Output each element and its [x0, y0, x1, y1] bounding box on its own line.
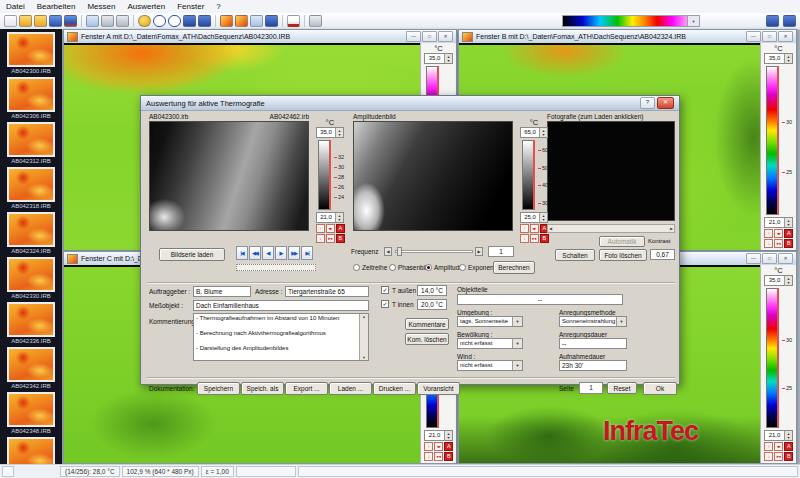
minimize-icon[interactable]: — [746, 253, 761, 264]
berechnen-button[interactable]: Berechnen [493, 261, 535, 274]
save-as-icon[interactable] [64, 15, 77, 27]
frequenz-value[interactable]: 1 [488, 246, 514, 257]
scale-compress-button[interactable]: ▸◂ [774, 239, 783, 248]
thumbnail-item[interactable]: AB042324.IRB [4, 212, 58, 256]
up-arrow-icon[interactable]: ▲ [362, 314, 366, 319]
window-a-titlebar[interactable]: Fenster A mit D:\_Daten\Fomax_ATH\DachSe… [64, 30, 456, 44]
down-arrow-icon[interactable]: ▼ [785, 223, 792, 227]
scale-max-spinner[interactable]: 35,0▲▼ [764, 53, 793, 64]
seite-field[interactable]: 1 [579, 382, 603, 394]
scale-compress-button[interactable]: ▸◂ [434, 452, 443, 461]
scale-compress-button[interactable]: ▸◂ [774, 452, 783, 461]
thumbnail-item[interactable]: AB042306.IRB [4, 77, 58, 121]
scale-max-spinner[interactable]: 35,0▲▼ [424, 53, 453, 64]
wind-select[interactable]: nicht erfasst▼ [457, 360, 523, 371]
frequenz-slider[interactable] [395, 250, 473, 253]
speichern-button[interactable]: Speichern [197, 382, 240, 395]
down-arrow-icon[interactable]: ▼ [362, 355, 366, 360]
bewoelkung-select[interactable]: nicht erfasst▼ [457, 338, 523, 349]
scale-shift-up-button[interactable]: ↑ [316, 224, 325, 233]
window-b-titlebar[interactable]: Fenster B mit D:\_Daten\Fomax_ATH\DachSe… [459, 30, 796, 44]
aufnahmedauer-field[interactable]: 23h 30' [559, 360, 627, 371]
thumbnail-item[interactable]: AB042342.IRB [4, 347, 58, 391]
minimize-icon[interactable]: — [746, 31, 761, 42]
right-arrow-icon[interactable]: ▶ [670, 226, 673, 231]
close-icon[interactable]: ✕ [657, 97, 674, 109]
radio-zeitreihe[interactable]: Zeitreihe [353, 264, 387, 271]
kom-loeschen-button[interactable]: Kom. löschen [405, 333, 449, 345]
anregungsmethode-select[interactable]: Sonneneinstrahlung▼ [559, 316, 627, 327]
new-file-icon[interactable] [4, 15, 17, 27]
scale-tool-icon-2[interactable] [198, 15, 211, 27]
scale-min-spinner[interactable]: 25,0▲▼ [520, 212, 548, 223]
messobjekt-field[interactable]: Dach Einfamilienhaus [193, 300, 369, 311]
scale-compress-button[interactable]: ▸◂ [530, 234, 539, 243]
speich-als-button[interactable]: Speich. als [241, 382, 284, 395]
menu-bearbeiten[interactable]: Bearbeiten [31, 1, 82, 13]
chevron-down-icon[interactable]: ▼ [512, 317, 522, 326]
zoom-out-icon[interactable] [168, 15, 181, 27]
scale-expand-button[interactable]: ◂▸ [530, 224, 539, 233]
dialog-titlebar[interactable]: Auswertung für aktive Thermografie ? ✕ [141, 96, 679, 111]
scale-b-button[interactable]: B [784, 452, 793, 461]
export-button[interactable]: Export ... [285, 382, 328, 395]
thumbnail-item[interactable]: AB042354.IRB [4, 437, 58, 464]
umgebung-select[interactable]: tags, Sonnenseite▼ [457, 316, 523, 327]
kommentare-button[interactable]: Kommentare [405, 318, 449, 330]
radio-amplitude[interactable]: Amplitude [425, 264, 463, 271]
menu-messen[interactable]: Messen [81, 1, 121, 13]
scale-b-button[interactable]: B [444, 452, 453, 461]
t-innen-checkbox[interactable]: ✓T innen [381, 300, 414, 308]
scale-auto-button[interactable]: A [444, 442, 453, 451]
zoom-in-icon[interactable] [153, 15, 166, 27]
statusbar-grip[interactable] [2, 466, 14, 477]
menu-datei[interactable]: Datei [0, 1, 31, 13]
down-arrow-icon[interactable]: ▼ [785, 436, 792, 440]
foto-loeschen-button[interactable]: Foto löschen [599, 249, 647, 261]
photo-image[interactable] [547, 121, 675, 221]
t-innen-field[interactable]: 20,0 °C [417, 299, 447, 310]
radio-phasenbild[interactable]: Phasenbild [389, 264, 430, 271]
print-icon[interactable] [101, 15, 114, 27]
help-icon[interactable]: ? [640, 97, 655, 109]
thumbnail-item[interactable]: AB042318.IRB [4, 167, 58, 211]
down-arrow-icon[interactable]: ▼ [540, 218, 547, 222]
rewind-button[interactable]: ◀◀ [249, 246, 261, 260]
down-arrow-icon[interactable]: ▼ [336, 133, 343, 137]
scale-expand-button[interactable]: ◂▸ [774, 442, 783, 451]
left-arrow-icon[interactable]: ◀ [549, 226, 552, 231]
thumbnail-item[interactable]: AB042336.IRB [4, 302, 58, 346]
frequenz-slider-thumb[interactable] [397, 247, 402, 256]
scale-auto-button[interactable]: A [336, 224, 345, 233]
comment-scrollbar[interactable]: ▲▼ [359, 314, 368, 360]
down-arrow-icon[interactable]: ▼ [336, 218, 343, 222]
fast-forward-button[interactable]: ▶▶ [288, 246, 300, 260]
step-forward-button[interactable]: ▶ [275, 246, 287, 260]
down-arrow-icon[interactable]: ▼ [785, 281, 792, 285]
first-frame-button[interactable]: |◀ [236, 246, 248, 260]
scale-compress-button[interactable]: ▸◂ [326, 234, 335, 243]
palette-select[interactable]: ▼ [562, 15, 700, 27]
maximize-icon[interactable]: □ [762, 253, 777, 264]
measure-tool-icon[interactable] [138, 15, 151, 27]
menu-auswerten[interactable]: Auswerten [121, 1, 171, 13]
scale-tool-icon-1[interactable] [183, 15, 196, 27]
scale-shift-down-button[interactable]: ↓ [316, 234, 325, 243]
scale-expand-button[interactable]: ◂▸ [434, 442, 443, 451]
speaker-icon[interactable] [309, 15, 322, 27]
scale-b-button[interactable]: B [336, 234, 345, 243]
scale-max-spinner[interactable]: 35,0▲▼ [764, 275, 793, 286]
cascade-windows-icon[interactable] [783, 15, 796, 27]
auftraggeber-field[interactable]: B. Blume [193, 286, 251, 297]
objektteile-field[interactable]: -- [457, 294, 623, 305]
scale-shift-down-button[interactable]: ↓ [520, 234, 529, 243]
chevron-down-icon[interactable]: ▼ [687, 16, 699, 26]
thumbnail-item[interactable]: AB042330.IRB [4, 257, 58, 301]
ok-button[interactable]: Ok [643, 382, 677, 395]
automatik-button[interactable]: Automatik [599, 236, 645, 247]
open-series-icon[interactable] [34, 15, 47, 27]
maximize-icon[interactable]: □ [422, 31, 437, 42]
print-preview-icon[interactable] [116, 15, 129, 27]
scale-max-spinner[interactable]: 35,0▲▼ [316, 127, 344, 138]
thumbnail-item[interactable]: AB042312.IRB [4, 122, 58, 166]
